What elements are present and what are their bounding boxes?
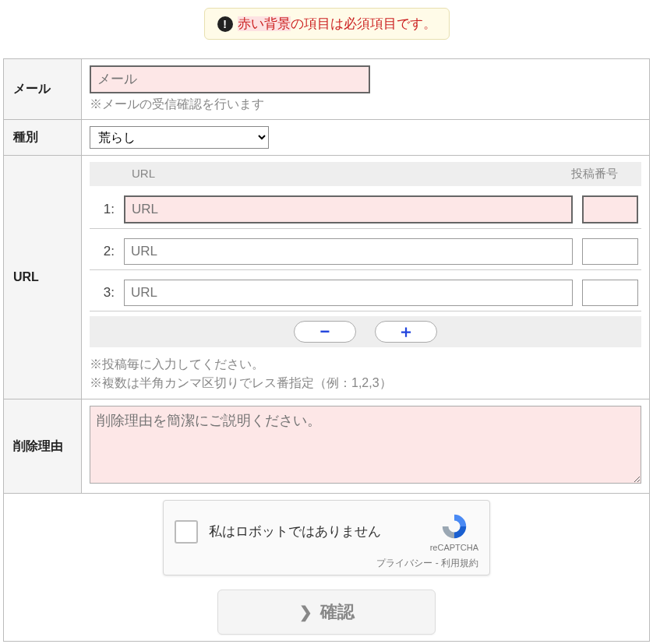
url-row: 1:: [90, 191, 641, 229]
remove-row-button[interactable]: −: [294, 321, 356, 343]
url-input-1[interactable]: [124, 195, 573, 223]
confirm-label: 確認: [320, 600, 355, 624]
label-type: 種別: [4, 120, 82, 156]
url-row-index: 3:: [93, 285, 115, 301]
recaptcha-logo: reCAPTCHA: [430, 512, 478, 552]
url-row-index: 2:: [93, 244, 115, 259]
label-reason: 削除理由: [4, 399, 82, 494]
recaptcha-widget: 私はロボットではありません reCAPTCHA プライバシー - 利用規約: [163, 500, 490, 575]
postnum-input-3[interactable]: [582, 280, 638, 306]
label-url: URL: [4, 156, 82, 399]
info-icon: !: [217, 16, 233, 32]
url-col-header: URL: [132, 167, 565, 181]
url-row: 2:: [90, 234, 641, 270]
notice-text: 赤い背景の項目は必須項目です。: [238, 15, 436, 33]
url-input-3[interactable]: [124, 280, 573, 306]
postnum-col-header: 投稿番号: [571, 167, 635, 181]
recaptcha-icon: [439, 512, 469, 541]
postnum-input-1[interactable]: [582, 195, 638, 223]
recaptcha-links[interactable]: プライバシー - 利用規約: [175, 557, 478, 570]
confirm-button[interactable]: ❯ 確認: [217, 589, 436, 635]
chevron-right-icon: ❯: [299, 603, 312, 621]
type-select[interactable]: 荒らし: [90, 126, 269, 149]
url-row-controls: − ＋: [90, 316, 641, 347]
url-section: URL 投稿番号 1: 2: 3:: [90, 162, 641, 392]
postnum-input-2[interactable]: [582, 238, 638, 265]
mail-input[interactable]: [90, 65, 370, 93]
required-notice: ! 赤い背景の項目は必須項目です。: [204, 8, 450, 40]
url-input-2[interactable]: [124, 238, 573, 265]
form-table: メール ※メールの受信確認を行います 種別 荒らし URL URL 投稿番号 1…: [3, 58, 650, 642]
recaptcha-checkbox[interactable]: [175, 520, 198, 544]
add-row-button[interactable]: ＋: [375, 321, 437, 343]
url-row-index: 1:: [93, 202, 115, 217]
url-notes: ※投稿毎に入力してください。 ※複数は半角カンマ区切りでレス番指定（例：1,2,…: [90, 355, 641, 392]
notice-container: ! 赤い背景の項目は必須項目です。: [3, 8, 650, 40]
recaptcha-label: 私はロボットではありません: [209, 523, 419, 541]
plus-icon: ＋: [397, 320, 415, 343]
mail-hint: ※メールの受信確認を行います: [90, 97, 641, 113]
minus-icon: −: [320, 322, 330, 342]
url-table-header: URL 投稿番号: [90, 162, 641, 186]
reason-textarea[interactable]: [90, 406, 641, 484]
label-mail: メール: [4, 59, 82, 120]
url-row: 3:: [90, 275, 641, 311]
